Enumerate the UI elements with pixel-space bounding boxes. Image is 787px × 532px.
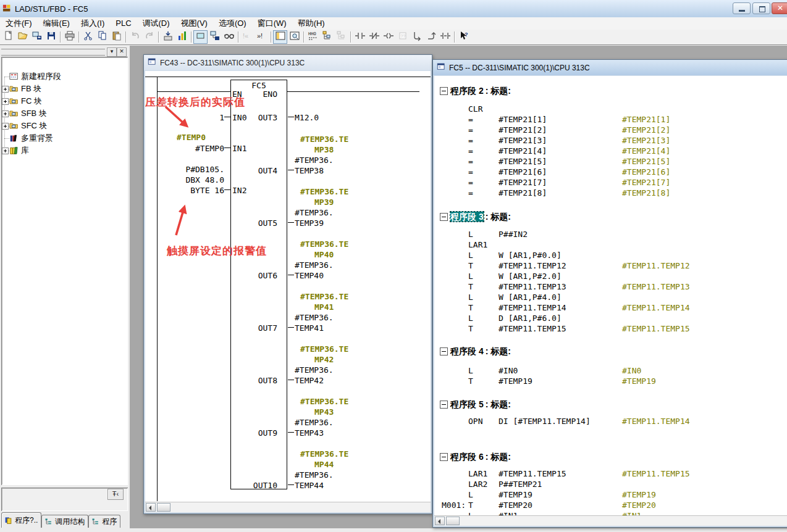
menu-insert[interactable]: 插入(I) xyxy=(75,17,110,30)
symbol-information-button[interactable] xyxy=(208,30,222,44)
call-structure-tab[interactable]: 调用结构 xyxy=(41,515,88,528)
network-2-collapse-box[interactable] xyxy=(440,87,448,95)
overview-detach-button[interactable]: Ŧ‹ xyxy=(107,489,124,500)
sidebar-item-libraries[interactable]: 库 xyxy=(21,146,29,156)
scroll-left-button[interactable] xyxy=(435,517,445,525)
output-target-out10[interactable]: TEMP44 xyxy=(295,480,324,491)
menu-file[interactable]: 文件(F) xyxy=(0,17,38,30)
new-network-button[interactable]: HHO xyxy=(306,30,320,44)
program-elements-button[interactable] xyxy=(320,30,334,44)
sidebar-item-sfc-blocks[interactable]: SFC 块 xyxy=(21,121,48,131)
fb-blocks-expand-box[interactable] xyxy=(2,86,9,93)
network-2-line-8[interactable]: =#TEMP21[7]#TEMP21[7] xyxy=(434,177,785,188)
sidebar-drag-handle[interactable] xyxy=(1,49,105,56)
network-3-line-3[interactable]: LW [AR1,P#0.0] xyxy=(434,250,785,260)
network-4-collapse-box[interactable] xyxy=(440,347,448,355)
network-4-header[interactable]: 程序段 4: 标题: xyxy=(450,346,511,357)
symbolic-display-button[interactable] xyxy=(193,30,208,44)
open-button[interactable] xyxy=(15,30,30,44)
network-3-collapse-box[interactable] xyxy=(440,213,448,221)
output-target-out9[interactable]: TEMP43 xyxy=(295,428,324,438)
network-6-collapse-box[interactable] xyxy=(440,453,448,461)
insert-connector-button[interactable] xyxy=(438,30,452,44)
network-2-line-3[interactable]: =#TEMP21[2]#TEMP21[2] xyxy=(434,125,785,135)
menu-edit[interactable]: 编辑(E) xyxy=(38,17,75,30)
network-3-line-5[interactable]: LW [AR1,P#2.0] xyxy=(434,271,785,281)
network-6-line-1[interactable]: LAR1#TEMP11.TEMP15#TEMP11.TEMP15 xyxy=(434,468,785,479)
network-3-line-4[interactable]: T#TEMP11.TEMP12#TEMP11.TEMP12 xyxy=(434,260,785,271)
fc5-hscrollbar[interactable] xyxy=(434,515,787,526)
monitor-blocks-button[interactable] xyxy=(175,30,189,44)
network-3-line-6[interactable]: T#TEMP11.TEMP13#TEMP11.TEMP13 xyxy=(434,281,785,292)
output-target-out10[interactable]: #TEMP36. xyxy=(295,470,334,480)
network-3-line-10[interactable]: T#TEMP11.TEMP15#TEMP11.TEMP15 xyxy=(434,323,785,334)
insert-coil-button[interactable] xyxy=(381,30,395,44)
output-target-out9[interactable]: #TEMP36. xyxy=(295,417,334,428)
scroll-thumb[interactable] xyxy=(446,517,460,525)
network-2-line-1[interactable]: CLR xyxy=(434,104,785,114)
network-3-line-8[interactable]: T#TEMP11.TEMP14#TEMP11.TEMP14 xyxy=(434,302,785,313)
menu-plc[interactable]: PLC xyxy=(110,17,137,30)
sidebar-close-button[interactable]: ✕ xyxy=(117,48,127,57)
input-value-in0[interactable]: 1 xyxy=(156,112,224,123)
network-2-line-4[interactable]: =#TEMP21[3]#TEMP21[3] xyxy=(434,135,785,146)
input-value-in2[interactable]: DBX 48.0 xyxy=(156,175,224,185)
next-error-button[interactable]: »! xyxy=(255,30,269,44)
insert-contact-nc-button[interactable] xyxy=(367,30,381,44)
close-branch-button[interactable] xyxy=(424,30,438,44)
fc43-editor-area[interactable]: FC5ENENOOUT31IN0#TEMP0IN1#TEMP0P#DB105.D… xyxy=(145,71,431,502)
network-2-line-6[interactable]: =#TEMP21[5]#TEMP21[5] xyxy=(434,156,785,167)
network-2-line-9[interactable]: =#TEMP21[8]#TEMP21[8] xyxy=(434,188,785,198)
network-5-line-1[interactable]: OPNDI [#TEMP11.TEMP14]#TEMP11.TEMP14 xyxy=(434,416,785,426)
menu-options[interactable]: 选项(O) xyxy=(213,17,252,30)
network-6-line-3[interactable]: L#TEMP19#TEMP19 xyxy=(434,489,785,500)
detail-view-button[interactable] xyxy=(287,30,301,44)
network-3-line-9[interactable]: LD [AR1,P#6.0] xyxy=(434,313,785,323)
output-target-out5[interactable]: TEMP39 xyxy=(295,218,324,228)
sidebar-item-multi-instance[interactable]: 多重背景 xyxy=(21,133,53,143)
save-button[interactable] xyxy=(44,30,58,44)
program-tab[interactable]: 程序 xyxy=(88,515,120,528)
fc5-editor-area[interactable]: 程序段 2: 标题:CLR=#TEMP21[1]#TEMP21[1]=#TEMP… xyxy=(434,76,787,516)
network-6-line-4[interactable]: M001:T#TEMP20#TEMP20 xyxy=(434,500,785,510)
menu-view[interactable]: 视图(V) xyxy=(175,17,213,30)
app-titlebar[interactable]: LAD/STL/FBD - FC5 xyxy=(0,0,787,18)
fc-blocks-expand-box[interactable] xyxy=(2,98,9,105)
new-button[interactable] xyxy=(1,30,15,44)
scroll-thumb[interactable] xyxy=(157,503,170,512)
network-2-line-2[interactable]: =#TEMP21[1]#TEMP21[1] xyxy=(434,114,785,125)
network-4-line-2[interactable]: T#TEMP19#TEMP19 xyxy=(434,376,785,386)
output-target-out4[interactable]: TEMP38 xyxy=(295,165,324,176)
monitor-on-off-button[interactable] xyxy=(222,30,236,44)
minimize-button[interactable] xyxy=(733,2,751,14)
copy-button[interactable] xyxy=(95,30,109,44)
output-target-out5[interactable]: #TEMP36. xyxy=(295,207,334,218)
sidebar-item-new-network-item[interactable]: 新建程序段 xyxy=(21,72,61,81)
network-2-line-5[interactable]: =#TEMP21[4]#TEMP21[4] xyxy=(434,146,785,156)
close-button[interactable]: ✕ xyxy=(772,2,787,14)
menu-help[interactable]: 帮助(H) xyxy=(292,17,330,30)
menu-window[interactable]: 窗口(W) xyxy=(252,17,292,30)
fc43-hscrollbar[interactable] xyxy=(145,502,431,512)
program-elements-tab[interactable]: 程序?.. xyxy=(1,512,41,528)
insert-contact-no-button[interactable] xyxy=(353,30,367,44)
scroll-left-button[interactable] xyxy=(146,503,156,512)
network-6-header[interactable]: 程序段 6: 标题: xyxy=(450,452,511,462)
network-4-line-1[interactable]: L#IN0#IN0 xyxy=(434,365,785,376)
network-5-header[interactable]: 程序段 5: 标题: xyxy=(450,399,511,410)
open-online-button[interactable] xyxy=(30,30,44,44)
sfb-blocks-expand-box[interactable] xyxy=(2,110,9,117)
output-target-out7[interactable]: #TEMP36. xyxy=(295,312,334,323)
sidebar-dropdown-button[interactable]: ▾ xyxy=(107,48,117,57)
help-pointer-button[interactable]: ? xyxy=(457,30,471,44)
network-2-header[interactable]: 程序段 2: 标题: xyxy=(450,86,511,96)
overview-button[interactable] xyxy=(273,30,287,44)
menu-debug[interactable]: 调试(D) xyxy=(137,17,175,30)
network-3-line-7[interactable]: LW [AR1,P#4.0] xyxy=(434,292,785,302)
network-3-header[interactable]: 程序段 3: 标题: xyxy=(450,212,511,222)
output-target-out3[interactable]: M12.0 xyxy=(295,112,319,123)
network-3-line-2[interactable]: LAR1 xyxy=(434,239,785,250)
output-target-out4[interactable]: #TEMP36. xyxy=(295,155,334,165)
output-target-out6[interactable]: #TEMP36. xyxy=(295,260,334,270)
input-value-in2[interactable]: BYTE 16 xyxy=(156,185,224,196)
